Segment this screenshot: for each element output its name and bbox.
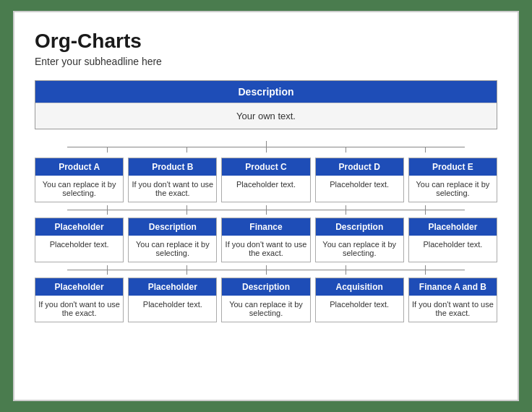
org-cell-r3-c3: DescriptionYou can replace it by selecti… [221,278,310,322]
page: Org-Charts Enter your subheadline here D… [13,11,519,401]
org-cell-r1-c5: Product EYou can replace it by selecting… [408,158,497,202]
org-cell-header-r1-c4: Product D [316,158,403,176]
org-cell-body-r2-c2: You can replace it by selecting. [129,236,216,262]
page-subtitle: Enter your subheadline here [35,56,497,67]
org-cell-r1-c1: Product AYou can replace it by selecting… [35,158,124,202]
org-cell-body-r3-c2: Placeholder text. [129,296,216,322]
org-cell-header-r2-c1: Placeholder [35,218,123,236]
org-cell-body-r1-c5: You can replace it by selecting. [409,176,497,202]
org-cell-body-r1-c2: If you don't want to use the exact. [129,176,216,202]
org-cell-body-r1-c3: Placeholder text. [222,176,309,202]
org-cell-r2-c1: PlaceholderPlaceholder text. [35,218,124,262]
page-title: Org-Charts [35,30,497,53]
org-cell-header-r3-c3: Description [222,278,309,296]
org-cell-header-r2-c2: Description [129,218,216,236]
desc-header: Description [35,81,497,103]
org-cell-header-r3-c2: Placeholder [129,278,216,296]
org-cell-header-r3-c5: Finance A and B [409,278,497,296]
org-cell-header-r1-c1: Product A [35,158,123,176]
org-cell-r2-c2: DescriptionYou can replace it by selecti… [128,218,217,262]
org-cell-r3-c1: PlaceholderIf you don't want to use the … [35,278,124,322]
org-cell-header-r2-c5: Placeholder [409,218,497,236]
org-cell-body-r3-c3: You can replace it by selecting. [222,296,309,322]
org-cell-header-r1-c5: Product E [409,158,497,176]
org-cell-r1-c3: Product CPlaceholder text. [221,158,310,202]
org-cell-header-r1-c2: Product B [129,158,216,176]
org-cell-r1-c2: Product BIf you don't want to use the ex… [128,158,217,202]
org-cell-body-r2-c4: You can replace it by selecting. [316,236,403,262]
org-cell-header-r3-c1: Placeholder [35,278,123,296]
org-row-2: PlaceholderPlaceholder text.DescriptionY… [35,218,497,262]
org-cell-r2-c4: DescriptionYou can replace it by selecti… [315,218,404,262]
org-cell-header-r2-c3: Finance [222,218,309,236]
org-cell-body-r3-c1: If you don't want to use the exact. [35,296,123,322]
org-cell-r3-c2: PlaceholderPlaceholder text. [128,278,217,322]
org-cell-header-r1-c3: Product C [222,158,309,176]
org-cell-r3-c5: Finance A and BIf you don't want to use … [408,278,497,322]
org-cell-header-r2-c4: Description [316,218,403,236]
org-cell-r1-c4: Product DPlaceholder text. [315,158,404,202]
org-cell-r3-c4: AcquisitionPlaceholder text. [315,278,404,322]
org-cell-body-r3-c4: Placeholder text. [316,296,403,322]
org-row-3: PlaceholderIf you don't want to use the … [35,278,497,322]
org-cell-r2-c3: FinanceIf you don't want to use the exac… [221,218,310,262]
org-cell-body-r2-c5: Placeholder text. [409,236,497,262]
org-cell-r2-c5: PlaceholderPlaceholder text. [408,218,497,262]
desc-body: Your own text. [35,103,497,129]
org-cell-body-r2-c3: If you don't want to use the exact. [222,236,309,262]
org-cell-header-r3-c4: Acquisition [316,278,403,296]
org-cell-body-r1-c4: Placeholder text. [316,176,403,202]
org-cell-body-r2-c1: Placeholder text. [35,236,123,262]
description-box: Description Your own text. [35,80,497,129]
org-row-1: Product AYou can replace it by selecting… [35,158,497,202]
org-cell-body-r1-c1: You can replace it by selecting. [35,176,123,202]
org-cell-body-r3-c5: If you don't want to use the exact. [409,296,497,322]
